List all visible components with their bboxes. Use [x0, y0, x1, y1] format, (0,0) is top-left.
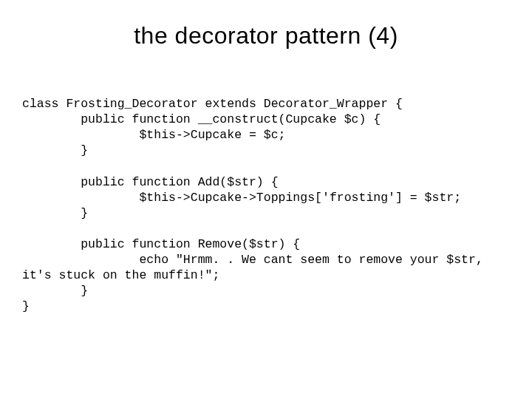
slide: the decorator pattern (4) class Frosting…: [0, 0, 532, 399]
slide-title: the decorator pattern (4): [0, 22, 532, 50]
code-block: class Frosting_Decorator extends Decorat…: [22, 96, 510, 315]
